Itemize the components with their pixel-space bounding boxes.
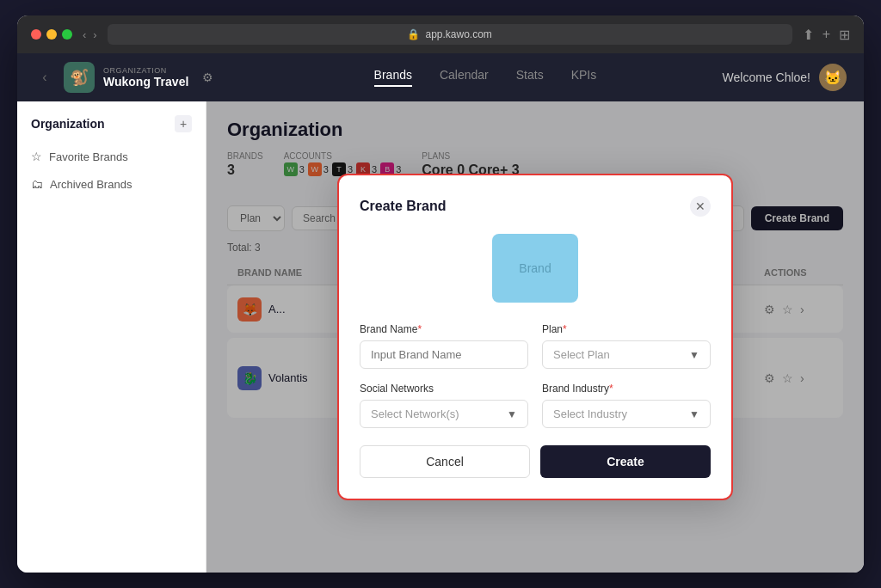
chevron-down-icon: ▼ <box>689 349 699 361</box>
grid-icon[interactable]: ⊞ <box>839 27 850 43</box>
sidebar-header: Organization + <box>17 115 206 143</box>
main-content: Organization Brands 3 Accounts W 3 <box>206 101 864 573</box>
minimize-button[interactable] <box>46 29 57 40</box>
cancel-button[interactable]: Cancel <box>360 445 530 478</box>
social-networks-label: Social Networks <box>360 383 528 395</box>
nav-links: Brands Calendar Stats KPIs <box>248 68 722 87</box>
modal-footer: Cancel Create <box>360 445 711 478</box>
nav-right: Welcome Chloe! 🐱 <box>723 64 847 91</box>
social-select-text: Select Network(s) <box>371 407 459 420</box>
close-button[interactable] <box>31 29 41 40</box>
nav-calendar[interactable]: Calendar <box>440 68 489 87</box>
brand-industry-select[interactable]: Select Industry ▼ <box>542 400 711 428</box>
create-button[interactable]: Create <box>540 445 711 478</box>
browser-chrome: ‹ › 🔒 app.kawo.com ⬆ + ⊞ <box>17 15 864 53</box>
top-nav: ‹ 🐒 ORGANIZATION Wukong Travel ⚙ Brands … <box>17 53 864 101</box>
modal-header: Create Brand ✕ <box>360 196 711 217</box>
url-text: app.kawo.com <box>425 28 491 40</box>
brand-logo-preview[interactable]: Brand <box>492 234 578 303</box>
form-row-1: Brand Name* Plan* Select Plan ▼ <box>360 323 711 369</box>
org-back-button[interactable]: ‹ <box>34 67 55 88</box>
sidebar-item-favorite-brands[interactable]: ☆ Favorite Brands <box>17 143 206 170</box>
nav-brands[interactable]: Brands <box>374 68 412 87</box>
plan-label: Plan* <box>542 323 711 335</box>
plan-group: Plan* Select Plan ▼ <box>542 323 711 369</box>
brand-industry-label: Brand Industry* <box>542 383 711 395</box>
browser-nav: ‹ › <box>83 28 97 41</box>
create-brand-modal: Create Brand ✕ Brand Brand Name* <box>337 174 733 500</box>
brand-name-input[interactable] <box>360 340 528 369</box>
address-bar[interactable]: 🔒 app.kawo.com <box>108 24 792 45</box>
nav-stats[interactable]: Stats <box>516 68 544 87</box>
back-icon[interactable]: ‹ <box>83 28 86 41</box>
sidebar-title: Organization <box>31 117 105 131</box>
main-area: Organization + ☆ Favorite Brands 🗂 Archi… <box>17 101 864 573</box>
archive-icon: 🗂 <box>31 177 43 191</box>
sidebar-favorite-brands-label: Favorite Brands <box>49 150 128 163</box>
brand-name-group: Brand Name* <box>360 323 528 369</box>
lock-icon: 🔒 <box>407 28 420 40</box>
modal-title: Create Brand <box>360 199 446 214</box>
modal-close-button[interactable]: ✕ <box>690 196 711 217</box>
brand-name-label: Brand Name* <box>360 323 528 335</box>
social-networks-group: Social Networks Select Network(s) ▼ <box>360 383 528 428</box>
sidebar: Organization + ☆ Favorite Brands 🗂 Archi… <box>17 101 206 573</box>
brand-industry-group: Brand Industry* Select Industry ▼ <box>542 383 711 428</box>
maximize-button[interactable] <box>62 29 72 40</box>
sidebar-archived-brands-label: Archived Brands <box>50 178 132 191</box>
org-avatar: 🐒 <box>64 62 95 93</box>
settings-icon[interactable]: ⚙ <box>202 70 213 84</box>
industry-select-text: Select Industry <box>553 407 627 420</box>
share-icon[interactable]: ⬆ <box>803 27 814 43</box>
org-info: ORGANIZATION Wukong Travel <box>103 66 188 89</box>
sidebar-add-button[interactable]: + <box>175 115 192 132</box>
modal-overlay: Create Brand ✕ Brand Brand Name* <box>206 101 864 573</box>
org-label: ORGANIZATION <box>103 66 188 75</box>
star-icon: ☆ <box>31 150 42 163</box>
forward-icon[interactable]: › <box>93 28 96 41</box>
chevron-down-icon: ▼ <box>507 408 517 420</box>
social-networks-select[interactable]: Select Network(s) ▼ <box>360 400 528 428</box>
app-container: ‹ 🐒 ORGANIZATION Wukong Travel ⚙ Brands … <box>17 53 864 573</box>
nav-kpis[interactable]: KPIs <box>571 68 597 87</box>
org-section: ‹ 🐒 ORGANIZATION Wukong Travel ⚙ <box>34 62 213 93</box>
plan-select-text: Select Plan <box>553 348 610 361</box>
chevron-down-icon: ▼ <box>689 408 699 420</box>
welcome-text: Welcome Chloe! <box>723 70 810 84</box>
browser-actions: ⬆ + ⊞ <box>803 27 850 43</box>
user-avatar[interactable]: 🐱 <box>819 64 847 91</box>
traffic-lights <box>31 29 72 40</box>
form-row-2: Social Networks Select Network(s) ▼ Bran… <box>360 383 711 428</box>
plan-select[interactable]: Select Plan ▼ <box>542 340 711 369</box>
sidebar-item-archived-brands[interactable]: 🗂 Archived Brands <box>17 170 206 198</box>
org-name: Wukong Travel <box>103 75 188 89</box>
new-tab-icon[interactable]: + <box>822 27 830 43</box>
